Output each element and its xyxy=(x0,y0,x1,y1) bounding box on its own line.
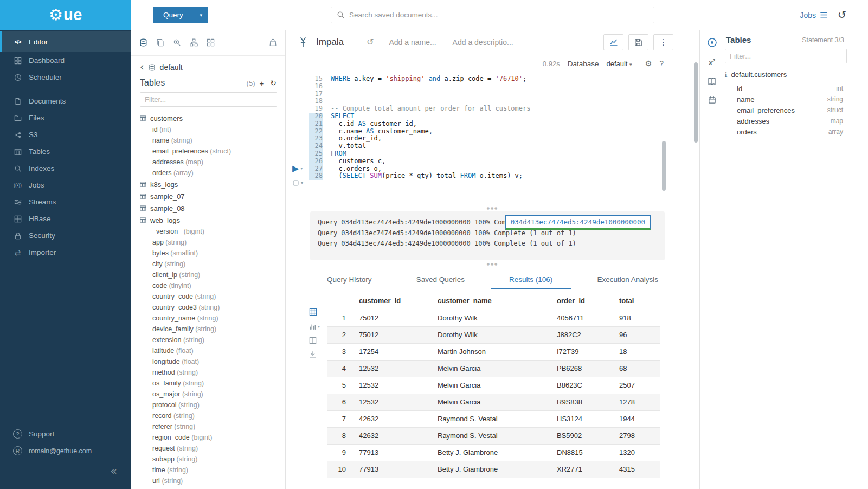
sidebar-item-tables[interactable]: Tables xyxy=(0,143,131,160)
tree-column[interactable]: bytes (smallint) xyxy=(140,248,277,259)
results-row[interactable]: 842632Raymond S. VestalBS59022798 xyxy=(327,427,660,444)
tree-column[interactable]: os_major (string) xyxy=(140,389,277,400)
tree-column[interactable]: app (string) xyxy=(140,237,277,248)
tab-results[interactable]: Results (106) xyxy=(491,272,571,289)
code-line-19[interactable]: 19-- Compute total amount per order for … xyxy=(309,105,699,113)
sidebar-item-streams[interactable]: Streams xyxy=(0,194,131,210)
new-query-dropdown-button[interactable]: ▾ xyxy=(194,7,208,23)
right-column[interactable]: ordersarray xyxy=(725,126,843,137)
code-line-23[interactable]: 23 o.order_id, xyxy=(309,135,699,143)
code-editor[interactable]: 15WHERE a.key = 'shipping' and a.zip_cod… xyxy=(286,72,699,204)
jobs-link[interactable]: Jobs xyxy=(800,11,828,20)
active-table-row[interactable]: ℹ default.customers xyxy=(725,70,863,79)
tree-column[interactable]: extension (string) xyxy=(140,334,277,345)
sidebar-item-dashboard[interactable]: Dashboard xyxy=(0,52,131,69)
tree-column[interactable]: addresses (map) xyxy=(140,157,277,168)
code-line-26[interactable]: 26 customers c, xyxy=(309,158,699,165)
tree-column[interactable]: os_family (string) xyxy=(140,378,277,389)
right-column[interactable]: idint xyxy=(725,83,843,94)
code-line-25[interactable]: 25FROM xyxy=(309,150,699,158)
tree-column[interactable]: id (int) xyxy=(140,124,277,135)
results-column-header[interactable]: customer_name xyxy=(432,292,551,310)
right-column[interactable]: email_preferencesstruct xyxy=(725,105,843,115)
right-column[interactable]: addressesmap xyxy=(725,115,843,126)
sidebar-item-s3[interactable]: S3 xyxy=(0,126,131,143)
documents-source-icon[interactable] xyxy=(156,38,164,47)
search-plus-icon[interactable] xyxy=(173,38,181,47)
main-scrollbar[interactable] xyxy=(694,62,698,143)
tree-column[interactable]: code (tinyint) xyxy=(140,280,277,291)
results-row[interactable]: 175012Dorothy Wilk4056711918 xyxy=(327,310,660,326)
results-row[interactable]: 317254Martin JohnsonI72T3918 xyxy=(327,343,660,360)
explain-button[interactable]: ▾ xyxy=(292,179,303,186)
sidebar-item-security[interactable]: Security xyxy=(0,227,131,244)
refresh-icon[interactable]: ↻ xyxy=(270,79,277,87)
right-column[interactable]: namestring xyxy=(725,94,843,105)
code-line-22[interactable]: 22 c.name AS customer_name, xyxy=(309,128,699,136)
tree-column[interactable]: orders (array) xyxy=(140,168,277,178)
results-grid-icon[interactable] xyxy=(309,308,317,316)
results-columns-icon[interactable] xyxy=(309,337,317,344)
tree-column[interactable]: city (string) xyxy=(140,259,277,269)
tree-column[interactable]: record (string) xyxy=(140,410,277,421)
language-docs-icon[interactable] xyxy=(708,77,716,86)
code-line-20[interactable]: 20SELECT xyxy=(309,113,699,120)
tree-column[interactable]: region_code (bigint) xyxy=(140,432,277,443)
resize-handle-bottom[interactable]: ●●● xyxy=(286,260,699,267)
tree-column[interactable]: country_code (string) xyxy=(140,291,277,302)
sidebar-item-scheduler[interactable]: Scheduler xyxy=(0,69,131,86)
results-row[interactable]: 1077913Betty J. GiambroneXR27714315 xyxy=(327,461,660,478)
database-selector[interactable]: default ▾ xyxy=(606,60,632,68)
sidebar-item-importer[interactable]: ⇄Importer xyxy=(0,244,131,261)
tree-table-sample_08[interactable]: sample_08 xyxy=(140,202,277,214)
code-line-18[interactable]: 18 xyxy=(309,98,699,105)
assistant-icon[interactable] xyxy=(707,37,717,48)
tree-column[interactable]: protocol (string) xyxy=(140,400,277,410)
results-row[interactable]: 412532Melvin GarciaPB626868 xyxy=(327,360,660,377)
sidebar-item-account[interactable]: R romain@gethue.com xyxy=(0,442,131,459)
sitemap-icon[interactable] xyxy=(190,38,198,47)
save-button[interactable] xyxy=(628,34,648,50)
code-line-16[interactable]: 16 xyxy=(309,83,699,91)
code-line-21[interactable]: 21 c.id AS customer_id, xyxy=(309,120,699,128)
sidebar-item-documents[interactable]: Documents xyxy=(0,93,131,110)
results-download-icon[interactable] xyxy=(309,351,317,358)
tree-table-web_logs[interactable]: web_logs xyxy=(140,214,277,226)
tree-table-k8s_logs[interactable]: k8s_logs xyxy=(140,178,277,190)
tree-table-sample_07[interactable]: sample_07 xyxy=(140,190,277,202)
tree-column[interactable]: longitude (float) xyxy=(140,356,277,367)
breadcrumb-database-name[interactable]: default xyxy=(160,63,183,72)
code-line-27[interactable]: 27 c.orders o, xyxy=(309,165,699,173)
tree-column[interactable]: latitude (float) xyxy=(140,345,277,356)
results-column-header[interactable]: total xyxy=(614,292,660,310)
query-description-input[interactable]: Add a descriptio... xyxy=(453,38,513,47)
tree-column[interactable]: client_ip (string) xyxy=(140,269,277,280)
sidebar-item-support[interactable]: ? Support xyxy=(0,426,131,442)
add-table-icon[interactable]: + xyxy=(260,79,265,87)
results-row[interactable]: 612532Melvin GarciaR9S8381278 xyxy=(327,394,660,410)
help-icon[interactable]: ? xyxy=(659,60,664,67)
bag-icon[interactable] xyxy=(269,38,277,47)
tree-column[interactable]: name (string) xyxy=(140,135,277,146)
results-row[interactable]: 275012Dorothy WilkJ882C296 xyxy=(327,326,660,343)
settings-gear-icon[interactable]: ⚙ xyxy=(645,60,652,67)
tab-saved-queries[interactable]: Saved Queries xyxy=(398,272,483,289)
tree-column[interactable]: url (string) xyxy=(140,475,277,486)
apps-grid-icon[interactable] xyxy=(207,38,215,47)
tree-column[interactable]: user_agent (string) xyxy=(140,486,277,489)
editor-history-icon[interactable]: ↺ xyxy=(367,38,374,47)
results-row[interactable]: 512532Melvin GarciaB8623C2507 xyxy=(327,377,660,394)
search-input[interactable] xyxy=(349,11,648,19)
schedule-icon[interactable] xyxy=(708,96,716,104)
functions-icon[interactable]: x2 xyxy=(709,58,715,67)
chart-button[interactable] xyxy=(603,34,623,50)
tree-column[interactable]: referer (string) xyxy=(140,421,277,432)
tree-column[interactable]: subapp (string) xyxy=(140,454,277,465)
query-id-popup[interactable]: 034d413ec7474ed5:4249de1000000000 xyxy=(505,215,651,230)
sidebar-item-files[interactable]: Files xyxy=(0,110,131,126)
database-source-icon[interactable] xyxy=(139,38,147,47)
tree-column[interactable]: _version_ (bigint) xyxy=(140,226,277,237)
sidebar-item-indexes[interactable]: Indexes xyxy=(0,160,131,177)
tree-column[interactable]: request (string) xyxy=(140,443,277,454)
query-name-input[interactable]: Add a name... xyxy=(389,38,436,47)
